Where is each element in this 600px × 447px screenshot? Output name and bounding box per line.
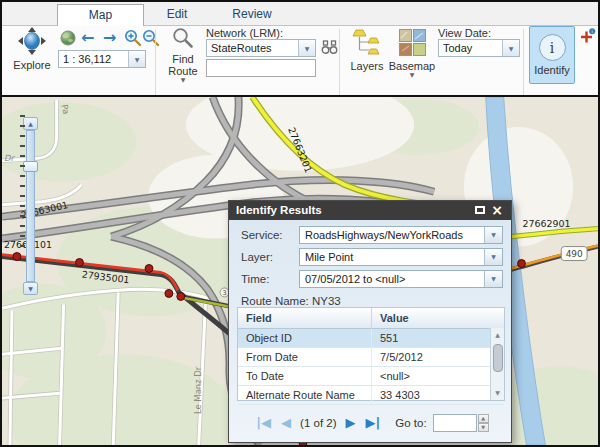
- scale-combobox[interactable]: 1 : 36,112 ▼: [58, 50, 146, 68]
- identify-label: Identify: [534, 64, 569, 76]
- time-value: 07/05/2012 to <null>: [300, 271, 484, 287]
- globe-icon[interactable]: [60, 30, 76, 50]
- identify-results-dialog: Identify Results × Service: RoadsHighway…: [228, 200, 512, 443]
- tab-map[interactable]: Map: [57, 4, 144, 27]
- goto-label: Go to:: [395, 417, 426, 429]
- table-row[interactable]: Alternate Route Name 33 4303: [238, 386, 504, 405]
- identify-button[interactable]: i Identify: [529, 26, 575, 84]
- scroll-down-icon[interactable]: ▼: [491, 387, 504, 399]
- time-combobox[interactable]: 07/05/2012 to <null> ▼: [299, 270, 503, 288]
- ribbon-tab-bar: Map Edit Review: [2, 2, 598, 26]
- street-label: Le Manz Dr: [193, 366, 203, 414]
- view-date-combobox[interactable]: Today ▼: [438, 39, 520, 57]
- network-lrm-combobox[interactable]: StateRoutes ▼: [206, 39, 316, 57]
- table-header-field: Field: [238, 308, 372, 328]
- find-route-button[interactable]: Find Route ▼: [162, 26, 204, 84]
- layers-label: Layers: [350, 60, 383, 72]
- table-scrollbar[interactable]: ▲ ▼: [490, 328, 504, 400]
- chevron-down-icon[interactable]: ▼: [502, 40, 519, 56]
- zoom-in-icon[interactable]: [124, 29, 142, 51]
- table-row[interactable]: Object ID 551: [238, 329, 504, 348]
- ribbon-body: Explore ← →: [2, 26, 598, 95]
- binoculars-icon[interactable]: [321, 40, 338, 59]
- chevron-down-icon: ▼: [410, 72, 415, 78]
- table-row[interactable]: From Date 7/5/2012: [238, 348, 504, 367]
- street-label: Pa: [60, 104, 72, 115]
- svg-text:i: i: [592, 29, 593, 34]
- page-indicator: (1 of 2): [300, 417, 336, 429]
- ribbon: Map Edit Review Explore: [2, 2, 598, 95]
- close-icon[interactable]: ×: [491, 201, 503, 220]
- table-header-value: Value: [372, 308, 504, 328]
- last-page-button[interactable]: ▶|: [366, 415, 381, 431]
- zoom-slider-thumb[interactable]: [23, 161, 38, 172]
- identify-icon: i: [539, 34, 566, 61]
- scale-value: 1 : 36,112: [59, 51, 128, 67]
- basemap-icon: [399, 29, 426, 60]
- find-route-label-1: Find: [172, 53, 193, 65]
- next-page-button[interactable]: ▶: [346, 415, 356, 431]
- pagination-bar: |◀ ◀ (1 of 2) ▶ ▶| Go to: ▲ ▼: [229, 407, 511, 439]
- view-date-label: View Date:: [438, 27, 491, 39]
- view-date-value: Today: [439, 40, 502, 56]
- chevron-down-icon[interactable]: ▼: [484, 227, 502, 243]
- spinner-down-icon[interactable]: ▼: [478, 423, 489, 432]
- street-label: Dr: [4, 153, 15, 163]
- explore-button[interactable]: Explore: [6, 26, 58, 82]
- dialog-title-bar[interactable]: Identify Results ×: [229, 201, 511, 220]
- layers-icon: [352, 29, 382, 60]
- zoom-out-icon[interactable]: [142, 29, 160, 51]
- time-label: Time:: [241, 270, 269, 288]
- service-label: Service:: [241, 226, 283, 244]
- first-page-button[interactable]: |◀: [256, 415, 271, 431]
- goto-page-input[interactable]: [433, 414, 477, 432]
- zoom-slider-up-button[interactable]: ▲: [23, 117, 38, 130]
- attribute-table: Field Value Object ID 551 From Date 7/5/…: [237, 307, 505, 401]
- layers-button[interactable]: Layers: [346, 28, 388, 82]
- service-combobox[interactable]: RoadsHighways/NewYorkRoads ▼: [299, 226, 503, 244]
- svg-text:490: 490: [566, 249, 583, 259]
- spinner-up-icon[interactable]: ▲: [478, 414, 489, 423]
- maximize-icon[interactable]: [475, 206, 485, 214]
- basemap-button[interactable]: Basemap ▼: [388, 28, 436, 92]
- svg-text:3: 3: [222, 289, 226, 297]
- zoom-slider-track[interactable]: [26, 130, 35, 282]
- network-lrm-label: Network (LRM):: [206, 27, 283, 39]
- app-window: Map Edit Review Explore: [0, 0, 600, 447]
- route-search-input[interactable]: [206, 59, 316, 77]
- explore-icon: [16, 27, 48, 59]
- layer-combobox[interactable]: Mile Point ▼: [299, 248, 503, 266]
- forward-arrow-icon[interactable]: →: [103, 30, 116, 46]
- layer-label: Layer:: [241, 248, 273, 266]
- scroll-up-icon[interactable]: ▲: [491, 329, 504, 341]
- chevron-down-icon[interactable]: ▼: [484, 271, 502, 287]
- chevron-down-icon: ▼: [181, 77, 186, 83]
- find-route-icon: [172, 27, 194, 53]
- previous-page-button[interactable]: ◀: [281, 415, 291, 431]
- explore-label: Explore: [13, 59, 50, 71]
- chevron-down-icon[interactable]: ▼: [128, 51, 145, 67]
- chevron-down-icon[interactable]: ▼: [484, 249, 502, 265]
- chevron-down-icon[interactable]: ▼: [298, 40, 315, 56]
- tab-review[interactable]: Review: [212, 4, 292, 25]
- back-arrow-icon[interactable]: ←: [81, 30, 94, 46]
- dialog-title: Identify Results: [236, 204, 322, 216]
- scrollbar-thumb[interactable]: [493, 344, 503, 372]
- network-lrm-value: StateRoutes: [207, 40, 298, 56]
- identify-route-characteristics-icon[interactable]: i: [579, 28, 596, 49]
- route-shield-490: 490: [561, 247, 587, 261]
- zoom-slider-ticks: [20, 115, 25, 255]
- map-view[interactable]: 3 490 27663001 27663101 27935001 2766320…: [2, 95, 598, 447]
- layer-value: Mile Point: [300, 249, 484, 265]
- route-label: 27662901: [523, 218, 571, 229]
- goto-spinner[interactable]: ▲ ▼: [478, 414, 489, 432]
- table-row[interactable]: To Date <null>: [238, 367, 504, 386]
- zoom-slider-down-button[interactable]: ▼: [23, 282, 38, 295]
- table-header-row: Field Value: [238, 308, 504, 329]
- tab-edit[interactable]: Edit: [142, 4, 212, 25]
- route-search-value: [207, 64, 210, 76]
- service-value: RoadsHighways/NewYorkRoads: [300, 227, 484, 243]
